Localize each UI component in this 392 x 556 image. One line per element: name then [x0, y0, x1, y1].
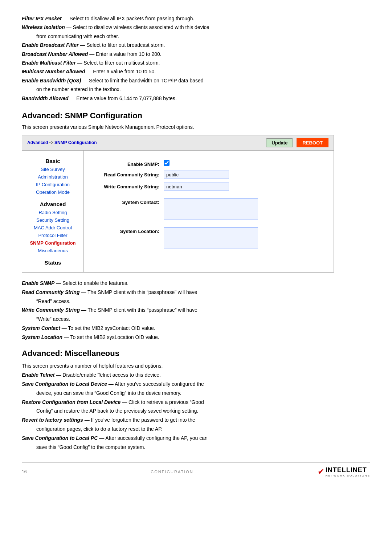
misc-desc-section: This screen presents a number of helpful…	[22, 362, 370, 451]
misc-desc-intro: This screen presents a number of helpful…	[22, 362, 370, 371]
system-location-row: System Location:	[91, 227, 326, 249]
sidebar-item-protocol-filter[interactable]: Protocol Filter	[22, 232, 83, 239]
sidebar-status-title: Status	[22, 257, 83, 267]
sidebar: Basic Site Survey Administration IP Conf…	[22, 151, 84, 272]
snmp-section-title: Advanced: SNMP Configuration	[22, 111, 370, 120]
sidebar-item-radio-setting[interactable]: Radio Setting	[22, 209, 83, 216]
snmp-desc-1: Enable SNMP — Select to enable the featu…	[22, 279, 370, 288]
read-community-row: Read Community String:	[91, 171, 326, 179]
system-contact-control	[164, 198, 258, 220]
misc-desc-1: Enable Telnet — Disable/enable Telnet ac…	[22, 371, 370, 380]
sidebar-item-operation-mode[interactable]: Operation Mode	[22, 188, 83, 196]
system-contact-input[interactable]	[164, 198, 258, 220]
config-panel-header: Advanced -> SNMP Configuration Update RE…	[22, 135, 334, 151]
logo-text: INTELLINET	[326, 466, 370, 474]
sidebar-advanced-title: Advanced	[22, 199, 83, 209]
enable-snmp-checkbox[interactable]	[164, 160, 170, 166]
enable-snmp-label: Enable SNMP:	[91, 160, 164, 167]
logo-block: INTELLINET NETWORK SOLUTIONS	[326, 466, 370, 477]
breadcrumb-link[interactable]: Advanced	[27, 140, 48, 145]
footer-label: CONFIGURATION	[151, 470, 193, 474]
read-community-control	[164, 171, 229, 179]
sidebar-item-security-setting[interactable]: Security Setting	[22, 216, 83, 224]
misc-desc-2-cont: device, you can save this “Good Config” …	[22, 389, 370, 398]
system-contact-label: System Contact:	[91, 198, 164, 205]
snmp-form: Enable SNMP: Read Community String: Writ…	[84, 151, 334, 272]
update-button[interactable]: Update	[266, 138, 293, 147]
snmp-desc-2: Read Community String — The SNMP client …	[22, 288, 370, 297]
write-community-input[interactable]	[164, 183, 229, 191]
write-community-control	[164, 183, 229, 191]
snmp-desc-4: System Contact — To set the MIB2 sysCont…	[22, 324, 370, 333]
intro-line-5: Enable Multicast Filter — Select to filt…	[22, 59, 370, 67]
sidebar-item-snmp-config[interactable]: SNMP Configuration	[22, 239, 83, 247]
system-location-input[interactable]	[164, 227, 258, 249]
intro-line-6: Multicast Number Allowed — Enter a value…	[22, 68, 370, 75]
intro-line-2-cont: from communicating with each other.	[22, 32, 370, 40]
write-community-row: Write Community String:	[91, 183, 326, 191]
logo-checkmark-icon: ✔	[318, 467, 324, 477]
enable-snmp-control	[164, 160, 170, 166]
page-number: 16	[22, 469, 26, 474]
misc-desc-2: Save Configuration to Local Device — Aft…	[22, 380, 370, 389]
config-panel: Advanced -> SNMP Configuration Update RE…	[22, 135, 334, 273]
breadcrumb: Advanced -> SNMP Configuration	[27, 140, 97, 145]
intro-line-8: Bandwidth Allowed — Enter a value from 6…	[22, 94, 370, 102]
intro-section: Filter IPX Packet — Select to disallow a…	[22, 15, 370, 102]
misc-desc-5-cont: save this “Good Config” to the computer …	[22, 443, 370, 452]
intro-line-7-cont: on the number entered in the textbox.	[22, 85, 370, 93]
sidebar-item-ip-config[interactable]: IP Configuration	[22, 181, 83, 188]
intro-line-2: Wireless Isolation — Select to disallow …	[22, 23, 370, 31]
misc-desc-3-cont: Config” and restore the AP back to the p…	[22, 407, 370, 416]
reboot-button[interactable]: REBOOT	[297, 138, 328, 147]
snmp-desc-2-cont: “Read” access.	[22, 297, 370, 306]
config-panel-body: Basic Site Survey Administration IP Conf…	[22, 151, 334, 272]
misc-desc-4-cont: configuration pages, click to do a facto…	[22, 425, 370, 434]
misc-desc-3: Restore Configuration from Local Device …	[22, 398, 370, 407]
system-location-label: System Location:	[91, 227, 164, 234]
intro-line-4: Broadcast Number Allowed — Enter a value…	[22, 50, 370, 58]
sidebar-item-miscellaneous[interactable]: Miscellaneous	[22, 247, 83, 254]
misc-section-title: Advanced: Miscellaneous	[22, 349, 370, 358]
sidebar-item-site-survey[interactable]: Site Survey	[22, 165, 83, 173]
logo-subtext: NETWORK SOLUTIONS	[326, 474, 370, 477]
write-community-label: Write Community String:	[91, 183, 164, 189]
snmp-section-desc: This screen presents various Simple Netw…	[22, 124, 370, 130]
intro-line-1: Filter IPX Packet — Select to disallow a…	[22, 15, 370, 23]
read-community-label: Read Community String:	[91, 171, 164, 177]
breadcrumb-arrow: ->	[49, 140, 54, 145]
snmp-desc-3-cont: “Write” access.	[22, 315, 370, 324]
system-contact-row: System Contact:	[91, 198, 326, 220]
misc-desc-5: Save Configuration to Local PC — After s…	[22, 434, 370, 443]
sidebar-item-administration[interactable]: Administration	[22, 173, 83, 181]
snmp-desc-3: Write Community String — The SNMP client…	[22, 306, 370, 315]
breadcrumb-current: SNMP Configuration	[54, 140, 97, 145]
misc-desc-4: Revert to factory settings — If you’ve f…	[22, 416, 370, 425]
intro-line-3: Enable Broadcast Filter — Select to filt…	[22, 41, 370, 49]
snmp-desc-section: Enable SNMP — Select to enable the featu…	[22, 279, 370, 342]
snmp-desc-5: System Location — To set the MIB2 sysLoc…	[22, 333, 370, 342]
sidebar-basic-title: Basic	[22, 156, 83, 165]
logo-area: ✔ INTELLINET NETWORK SOLUTIONS	[318, 466, 370, 477]
system-location-control	[164, 227, 258, 249]
enable-snmp-row: Enable SNMP:	[91, 160, 326, 167]
read-community-input[interactable]	[164, 171, 229, 179]
page-footer: 16 CONFIGURATION ✔ INTELLINET NETWORK SO…	[22, 462, 370, 477]
intro-line-7: Enable Bandwidth (QoS) — Select to limit…	[22, 77, 370, 85]
sidebar-item-mac-addr[interactable]: MAC Addr Control	[22, 224, 83, 232]
